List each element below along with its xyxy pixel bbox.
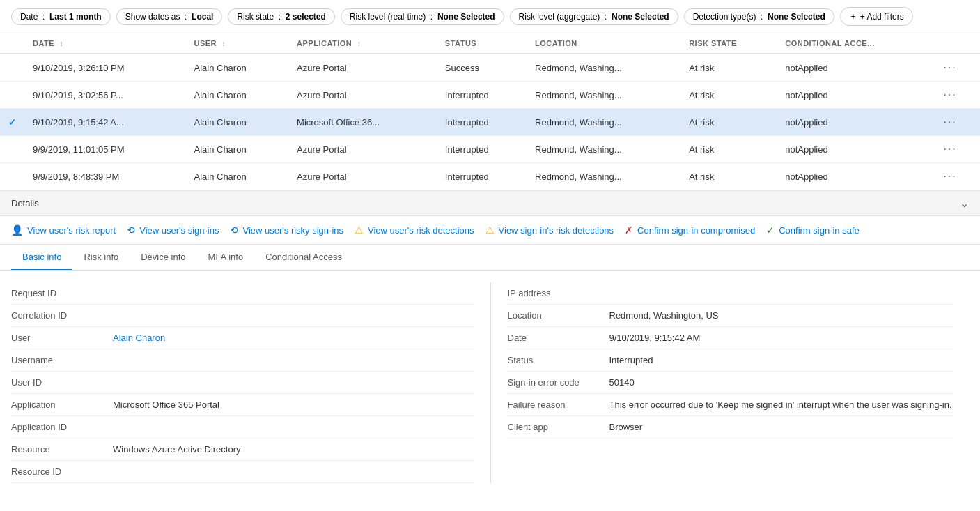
tab-mfa-info[interactable]: MFA info	[197, 245, 255, 270]
filter-bar: Date : Last 1 month Show dates as : Loca…	[0, 0, 980, 33]
detail-label: Correlation ID	[11, 310, 102, 321]
risk-state-label: Risk state	[237, 12, 274, 22]
date-filter[interactable]: Date : Last 1 month	[11, 8, 111, 25]
row-more-cell[interactable]: ···	[935, 109, 980, 136]
row-more-cell[interactable]: ···	[935, 82, 980, 109]
tab-basic-info[interactable]: Basic info	[11, 245, 72, 270]
detail-row: Request ID	[11, 282, 474, 305]
detail-label: Location	[508, 310, 598, 321]
row-location: Redmond, Washing...	[527, 82, 680, 109]
add-filters-button[interactable]: ＋ + Add filters	[840, 7, 913, 26]
row-application: Azure Portal	[288, 136, 437, 163]
detail-label: Request ID	[11, 288, 102, 298]
detail-row: Failure reason This error occurred due t…	[508, 394, 953, 416]
table-row[interactable]: 9/10/2019, 3:02:56 P... Alain Charon Azu…	[0, 82, 980, 109]
detail-label: Resource ID	[11, 466, 102, 477]
details-right-col: IP address Location Redmond, Washington,…	[490, 282, 970, 483]
row-select-cell[interactable]	[0, 82, 24, 109]
action-confirm-safe-button[interactable]: ✓ Confirm sign-in safe	[766, 224, 860, 236]
table-row[interactable]: 9/10/2019, 3:26:10 PM Alain Charon Azure…	[0, 54, 980, 82]
detail-row: User ID	[11, 372, 474, 394]
detection-types-label: Detection type(s)	[693, 12, 756, 22]
row-select-cell[interactable]	[0, 54, 24, 82]
detail-label: Sign-in error code	[508, 377, 598, 388]
row-application: Azure Portal	[288, 54, 437, 82]
risk-level-realtime-label: Risk level (real-time)	[350, 12, 426, 22]
row-more-cell[interactable]: ···	[935, 163, 980, 190]
details-bar-title: Details	[11, 198, 39, 208]
row-more-cell[interactable]: ···	[935, 54, 980, 82]
risk-detections-icon: ⚠	[355, 224, 364, 236]
application-column-header[interactable]: APPLICATION ↕	[288, 33, 437, 54]
risk-state-filter[interactable]: Risk state : 2 selected	[228, 8, 334, 25]
show-dates-filter[interactable]: Show dates as : Local	[116, 8, 223, 25]
row-status: Interrupted	[437, 109, 527, 136]
tab-device-info[interactable]: Device info	[130, 245, 196, 270]
detail-value: 50140	[609, 377, 635, 388]
row-more-button[interactable]: ···	[943, 116, 956, 128]
risk-level-realtime-filter[interactable]: Risk level (real-time) : None Selected	[341, 8, 504, 25]
date-column-header[interactable]: DATE ↕	[24, 33, 185, 54]
app-sort-icon: ↕	[357, 40, 361, 47]
row-status: Interrupted	[437, 163, 527, 190]
row-status: Success	[437, 54, 527, 82]
row-select-cell[interactable]	[0, 163, 24, 190]
risk-level-aggregate-label: Risk level (aggregate)	[519, 12, 600, 22]
tab-risk-info[interactable]: Risk info	[72, 245, 130, 270]
action-risky-sign-ins-button[interactable]: ⟲ View user's risky sign-ins	[230, 224, 343, 236]
tab-conditional-access[interactable]: Conditional Access	[254, 245, 353, 270]
row-risk-state: At risk	[680, 54, 777, 82]
confirm-safe-label: Confirm sign-in safe	[779, 225, 860, 236]
conditional-access-column-header: CONDITIONAL ACCE...	[777, 33, 935, 54]
detail-label: Username	[11, 355, 102, 365]
user-column-header[interactable]: USER ↕	[185, 33, 288, 54]
row-date: 9/9/2019, 11:01:05 PM	[24, 136, 185, 163]
action-sign-ins-button[interactable]: ⟲ View user's sign-ins	[127, 224, 219, 236]
risky-sign-ins-icon: ⟲	[230, 224, 238, 236]
action-confirm-compromised-button[interactable]: ✗ Confirm sign-in compromised	[625, 224, 755, 236]
date-sort-icon: ↕	[60, 40, 64, 47]
table-row[interactable]: 9/9/2019, 11:01:05 PM Alain Charon Azure…	[0, 136, 980, 163]
detail-value-link[interactable]: Alain Charon	[113, 333, 165, 343]
row-more-button[interactable]: ···	[943, 170, 956, 183]
row-conditional-access: notApplied	[777, 136, 935, 163]
row-more-button[interactable]: ···	[943, 143, 956, 155]
details-bar[interactable]: Details ⌄	[0, 190, 980, 216]
detail-value: Browser	[609, 422, 643, 432]
detail-label: Resource	[11, 444, 102, 455]
row-application: Microsoft Office 36...	[288, 109, 437, 136]
confirm-safe-icon: ✓	[766, 224, 775, 236]
detection-types-filter[interactable]: Detection type(s) : None Selected	[684, 8, 834, 25]
row-user: Alain Charon	[185, 136, 288, 163]
row-application: Azure Portal	[288, 163, 437, 190]
detail-row: Application Microsoft Office 365 Portal	[11, 394, 474, 416]
row-status: Interrupted	[437, 136, 527, 163]
row-more-cell[interactable]: ···	[935, 136, 980, 163]
risk-state-value: 2 selected	[286, 12, 326, 22]
risk-level-aggregate-filter[interactable]: Risk level (aggregate) : None Selected	[510, 8, 678, 25]
detail-label: IP address	[508, 288, 598, 298]
action-risk-report-button[interactable]: 👤 View user's risk report	[11, 224, 116, 236]
row-more-button[interactable]: ···	[943, 89, 956, 101]
detail-row: Status Interrupted	[508, 349, 953, 372]
table-row[interactable]: 9/9/2019, 8:48:39 PM Alain Charon Azure …	[0, 163, 980, 190]
row-location: Redmond, Washing...	[527, 54, 680, 82]
risky-sign-ins-label: View user's risky sign-ins	[242, 225, 343, 236]
detail-label: Failure reason	[508, 399, 598, 410]
show-dates-label: Show dates as	[125, 12, 180, 22]
action-risk-detections-button[interactable]: ⚠ View user's risk detections	[355, 224, 474, 236]
row-risk-state: At risk	[680, 163, 777, 190]
detection-types-value: None Selected	[768, 12, 825, 22]
row-select-cell[interactable]	[0, 136, 24, 163]
sign-ins-label: View user's sign-ins	[139, 225, 219, 236]
detail-value: Microsoft Office 365 Portal	[113, 399, 219, 410]
row-user: Alain Charon	[185, 54, 288, 82]
detail-tabs: Basic infoRisk infoDevice infoMFA infoCo…	[0, 245, 980, 271]
row-select-cell[interactable]: ✓	[0, 109, 24, 136]
action-signin-risk-detections-button[interactable]: ⚠ View sign-in's risk detections	[485, 224, 614, 236]
risk-report-icon: 👤	[11, 224, 23, 236]
row-date: 9/9/2019, 8:48:39 PM	[24, 163, 185, 190]
table-row[interactable]: ✓ 9/10/2019, 9:15:42 A... Alain Charon M…	[0, 109, 980, 136]
row-application: Azure Portal	[288, 82, 437, 109]
row-more-button[interactable]: ···	[943, 61, 956, 74]
